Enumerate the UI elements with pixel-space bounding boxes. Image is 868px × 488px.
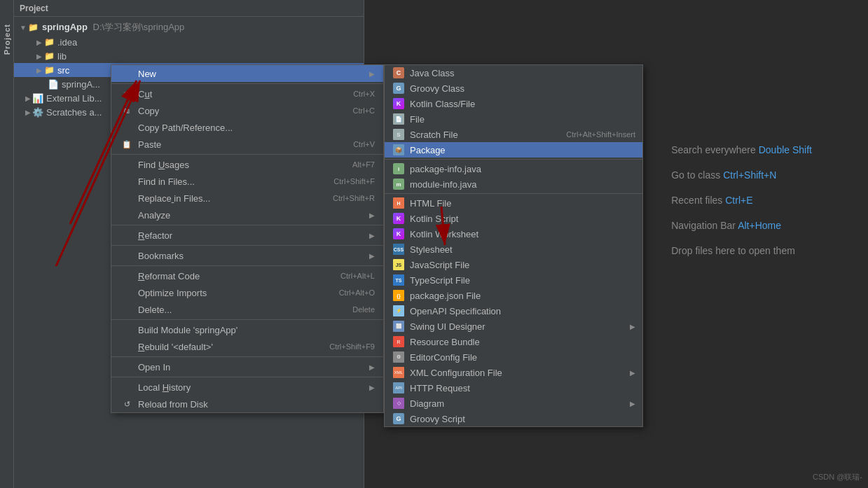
- scratch-file-icon: S: [392, 129, 406, 140]
- submenu-html-file[interactable]: H HTML File: [385, 195, 642, 211]
- kotlin-class-label: Kotlin Class/File: [410, 99, 635, 109]
- submenu-java-class[interactable]: C Java Class: [385, 65, 642, 81]
- groovy-script-label: Groovy Script: [410, 414, 635, 424]
- menu-item-local-history[interactable]: Local History ▶: [111, 379, 383, 396]
- menu-item-cut[interactable]: ✂ Cut Ctrl+X: [111, 85, 383, 102]
- submenu-editorconfig[interactable]: ⚙ EditorConfig File: [385, 349, 642, 365]
- open-in-icon: [120, 361, 134, 372]
- menu-item-analyze[interactable]: Analyze ▶: [111, 207, 383, 223]
- xml-icon: XML: [392, 367, 406, 378]
- java-class-label: Java Class: [410, 68, 635, 78]
- submenu-module-info[interactable]: m module-info.java: [385, 176, 642, 192]
- folder-icon: 📁: [28, 22, 39, 33]
- find-usages-icon: [120, 159, 134, 170]
- expand-arrow-lib: ▶: [36, 53, 42, 60]
- submenu-groovy-class[interactable]: G Groovy Class: [385, 81, 642, 96]
- submenu-kotlin-class[interactable]: K Kotlin Class/File: [385, 96, 642, 111]
- openapi-label: OpenAPI Specification: [410, 306, 635, 316]
- menu-item-bookmarks[interactable]: Bookmarks ▶: [111, 247, 383, 264]
- submenu-scratch-file[interactable]: S Scratch File Ctrl+Alt+Shift+Insert: [385, 127, 642, 142]
- submenu-http-request[interactable]: API HTTP Request: [385, 380, 642, 396]
- src-label: src: [57, 65, 69, 76]
- sep-6: [111, 319, 383, 320]
- sep-2: [111, 154, 383, 155]
- folder-icon-src: 📁: [43, 64, 55, 76]
- editorconfig-icon: ⚙: [392, 351, 406, 363]
- expand-arrow-idea: ▶: [36, 39, 42, 46]
- menu-item-find-usages[interactable]: Find Usages Alt+F7: [111, 156, 383, 173]
- expand-arrow-src: ▶: [36, 67, 42, 74]
- module-info-icon: m: [392, 179, 406, 190]
- new-submenu: C Java Class G Groovy Class K Kotlin Cla…: [384, 64, 643, 427]
- submenu-stylesheet[interactable]: CSS Stylesheet: [385, 242, 642, 257]
- submenu-package-json[interactable]: {} package.json File: [385, 288, 642, 303]
- swing-ui-label: Swing UI Designer: [410, 321, 627, 332]
- copy-path-icon: [120, 122, 134, 133]
- javascript-label: JavaScript File: [410, 260, 635, 270]
- tree-item-lib[interactable]: ▶ 📁 lib: [14, 49, 364, 63]
- submenu-kotlin-worksheet[interactable]: K Kotlin Worksheet: [385, 226, 642, 242]
- submenu-sep-1: [385, 159, 642, 160]
- submenu-groovy-script[interactable]: G Groovy Script: [385, 411, 642, 426]
- open-in-label: Open In: [138, 362, 366, 372]
- submenu-resource-bundle[interactable]: R Resource Bundle: [385, 334, 642, 349]
- menu-item-reformat[interactable]: Reformat Code Ctrl+Alt+L: [111, 267, 383, 284]
- menu-item-reload[interactable]: ↺ Reload from Disk: [111, 396, 383, 412]
- submenu-diagram[interactable]: ◇ Diagram ▶: [385, 396, 642, 411]
- tree-item-idea[interactable]: ▶ 📁 .idea: [14, 35, 364, 49]
- submenu-xml-config[interactable]: XML XML Configuration File ▶: [385, 365, 642, 380]
- idea-label: .idea: [57, 37, 77, 48]
- reload-icon: ↺: [120, 398, 134, 410]
- stylesheet-icon: CSS: [392, 244, 406, 255]
- package-icon: 📦: [392, 144, 406, 155]
- menu-item-find-files[interactable]: Find in Files... Ctrl+Shift+F: [111, 173, 383, 190]
- search-everywhere-hint: Search everywhere Double Shift: [671, 140, 812, 160]
- menu-item-open-in[interactable]: Open In ▶: [111, 358, 383, 375]
- submenu-swing-ui[interactable]: ⬜ Swing UI Designer ▶: [385, 319, 642, 334]
- menu-item-build[interactable]: Build Module 'springApp': [111, 321, 383, 338]
- replace-files-icon: [120, 193, 134, 204]
- menu-item-delete[interactable]: Delete... Delete: [111, 301, 383, 318]
- build-label: Build Module 'springApp': [138, 325, 375, 335]
- copy-shortcut: Ctrl+C: [339, 106, 375, 115]
- submenu-javascript[interactable]: JS JavaScript File: [385, 257, 642, 272]
- html-label: HTML File: [410, 198, 635, 209]
- menu-item-copy-path[interactable]: Copy Path/Reference...: [111, 119, 383, 136]
- menu-item-new[interactable]: New ▶: [111, 65, 383, 82]
- submenu-package[interactable]: 📦 Package: [385, 142, 642, 158]
- package-label: Package: [410, 145, 635, 155]
- new-label: New: [138, 69, 366, 79]
- new-icon: [120, 68, 134, 79]
- package-info-icon: i: [392, 163, 406, 174]
- submenu-kotlin-script[interactable]: K Kotlin Script: [385, 211, 642, 226]
- menu-item-copy[interactable]: ⧉ Copy Ctrl+C: [111, 102, 383, 119]
- menu-item-refactor[interactable]: Refactor ▶: [111, 227, 383, 244]
- diagram-submenu-arrow: ▶: [630, 400, 635, 407]
- menu-item-replace-files[interactable]: Replace in Files... Ctrl+Shift+R: [111, 190, 383, 207]
- open-in-submenu-arrow: ▶: [369, 363, 375, 371]
- submenu-openapi[interactable]: ⚡ OpenAPI Specification: [385, 303, 642, 319]
- info-panel: Search everywhere Double Shift Go to cla…: [671, 140, 812, 266]
- local-history-icon: [120, 382, 134, 393]
- tree-item-root[interactable]: ▼ 📁 springApp D:\学习案例\springApp: [14, 20, 364, 35]
- analyze-label: Analyze: [138, 210, 366, 221]
- project-panel-tab[interactable]: Project: [3, 24, 11, 55]
- submenu-typescript[interactable]: TS TypeScript File: [385, 272, 642, 288]
- package-json-label: package.json File: [410, 291, 635, 301]
- navbar-shortcut: Alt+Home: [738, 220, 781, 231]
- submenu-sep-2: [385, 193, 642, 194]
- cut-label: Cut: [138, 89, 339, 99]
- groovy-class-icon: G: [392, 83, 406, 94]
- submenu-package-info[interactable]: i package-info.java: [385, 161, 642, 176]
- menu-item-optimize[interactable]: Optimize Imports Ctrl+Alt+O: [111, 284, 383, 301]
- delete-label: Delete...: [138, 305, 338, 315]
- external-label: External Lib...: [46, 93, 102, 104]
- menu-item-paste[interactable]: 📋 Paste Ctrl+V: [111, 136, 383, 153]
- java-class-icon: C: [392, 67, 406, 78]
- resource-icon: R: [392, 336, 406, 347]
- submenu-file[interactable]: 📄 File: [385, 111, 642, 127]
- kotlin-class-icon: K: [392, 98, 406, 109]
- paste-shortcut: Ctrl+V: [339, 140, 375, 148]
- menu-item-rebuild[interactable]: Rebuild '<default>' Ctrl+Shift+F9: [111, 338, 383, 355]
- goto-class-hint: Go to class Ctrl+Shift+N: [671, 165, 812, 185]
